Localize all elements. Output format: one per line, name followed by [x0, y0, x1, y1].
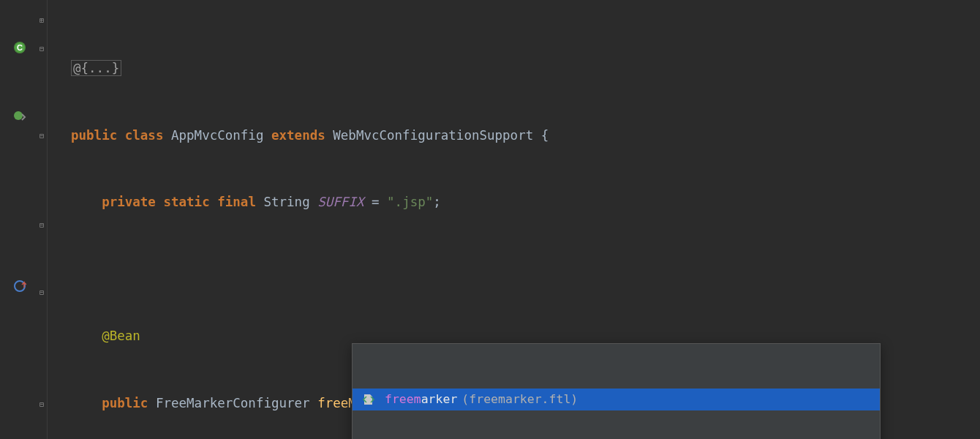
- fold-minus-icon[interactable]: ⊟: [39, 288, 48, 296]
- class-gutter-icon[interactable]: C: [13, 41, 26, 57]
- svg-text:C: C: [17, 43, 23, 52]
- svg-point-3: [14, 111, 23, 120]
- file-template-icon: [361, 392, 376, 407]
- fold-end-icon[interactable]: ⊟: [39, 400, 48, 408]
- code-line[interactable]: private static final String SUFFIX = ".j…: [48, 191, 980, 214]
- bean-gutter-icon[interactable]: [13, 109, 26, 125]
- code-line[interactable]: [48, 258, 980, 281]
- editor-gutter: C ⊞ ⊟ ⊟ ⊟ ⊟ ⊟: [0, 0, 48, 439]
- autocomplete-rest-text: arker: [421, 389, 458, 411]
- fold-toggle-icon[interactable]: ⊞: [39, 16, 48, 24]
- autocomplete-hint-text: (freemarker.ftl): [461, 389, 578, 411]
- autocomplete-item[interactable]: freemarker(freemarker.ftl): [353, 389, 880, 410]
- autocomplete-popup: freemarker(freemarker.ftl) Press ^⇧Space…: [352, 343, 881, 439]
- autocomplete-match-text: freem: [385, 389, 421, 411]
- fold-end-icon[interactable]: ⊟: [39, 221, 48, 229]
- code-content-area[interactable]: @{...} public class AppMvcConfig extends…: [48, 0, 980, 439]
- code-editor: C ⊞ ⊟ ⊟ ⊟ ⊟ ⊟ @{...} public class AppMvc…: [0, 0, 980, 439]
- vertical-scrollbar[interactable]: [971, 0, 980, 439]
- override-gutter-icon[interactable]: [13, 279, 26, 296]
- code-line[interactable]: public class AppMvcConfig extends WebMvc…: [48, 124, 980, 147]
- code-line[interactable]: @{...}: [48, 57, 980, 80]
- fold-minus-icon[interactable]: ⊟: [39, 45, 48, 53]
- folded-annotation[interactable]: @{...}: [71, 60, 121, 76]
- fold-minus-icon[interactable]: ⊟: [39, 132, 48, 140]
